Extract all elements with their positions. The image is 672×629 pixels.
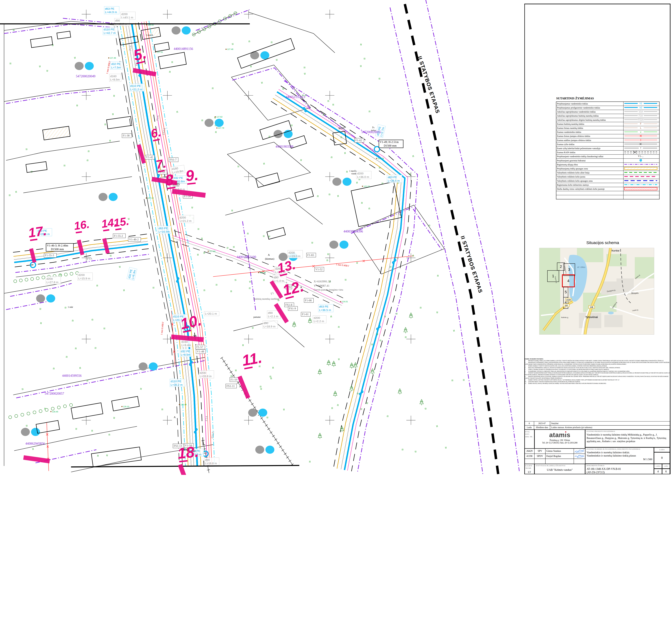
electric-line — [144, 22, 210, 465]
fence-rung — [253, 407, 256, 409]
legend-row-symbol — [623, 142, 659, 146]
parcel-code: 44001903588 — [275, 145, 293, 148]
grass-mark — [380, 340, 381, 341]
schema-map: 1234562105157148Kuršiaiež. GiliusDurpyno… — [539, 248, 654, 335]
road-structure-line — [149, 21, 215, 465]
kval-empty-1 — [524, 459, 534, 464]
parcel-line — [4, 87, 110, 101]
legend-row-label: Esami ryšių kabeliai/laidai požeminiame … — [556, 146, 623, 150]
pipe-label-gray-text: d160 — [110, 75, 117, 78]
parcel-code: 440014599556 — [62, 374, 81, 377]
grass-mark — [402, 449, 403, 450]
legend-symbol-axis — [623, 171, 658, 174]
tree-symbol — [33, 411, 36, 414]
pipe-label-gray-text: L=1.0 m — [274, 279, 284, 282]
schema-map-canvas: 1234562105157148Kuršiaiež. GiliusDurpyno… — [539, 248, 654, 334]
legend-symbol-rain — [623, 150, 658, 154]
existing-well-symbol — [273, 130, 282, 138]
svg-text:L: L — [640, 127, 641, 129]
kval-nr-2: 41190 — [524, 453, 534, 459]
building — [154, 42, 169, 52]
pipe-label: d32 PEL=7.5m — [110, 62, 122, 69]
sig-2 — [574, 453, 585, 459]
grass-mark — [53, 368, 54, 370]
node-label-text: D1500 mm — [51, 248, 64, 251]
elevation-dot — [50, 411, 51, 412]
node-label-text: F1-57 — [196, 345, 203, 349]
projected-well-symbol — [109, 193, 118, 201]
grass-mark — [327, 259, 328, 261]
elevation-dot — [146, 24, 147, 25]
work-pit-marker — [23, 455, 50, 463]
grass-mark — [437, 275, 438, 277]
legend-row-symbol — [623, 171, 659, 175]
map-text: F1 — [270, 291, 274, 296]
project-name: Vandentiekio ir nuotekų šalinimo tinklų … — [585, 433, 670, 443]
elevation-value: 125.48 — [181, 403, 187, 406]
tree-symbol — [36, 277, 39, 280]
pipe-label-text: L=35.2 m — [171, 383, 183, 386]
legend-row: Registruotas kelio inžinerinis statinys — [556, 183, 659, 187]
pipe-label-gray-text: L=2.1 m — [268, 315, 278, 318]
survey-cross — [163, 334, 172, 344]
survey-cross — [82, 10, 91, 19]
node-label-text: D1500 mm — [384, 144, 397, 147]
client-name: UAB "Kelmės vanduo" — [535, 468, 585, 471]
statytojas-cell: STATYTOJAS IR (ARBA) UŽSAKOVAS UAB "Kelm… — [534, 464, 585, 474]
plan-canvas: d63 PEL=44.9 md110 PEL=42.7 md32 PEL=7.5… — [0, 0, 672, 475]
grass-mark — [387, 415, 388, 417]
pipe-label-text: d110 PE — [130, 84, 141, 87]
sheet-frame-right — [670, 4, 671, 474]
grass-mark — [74, 57, 75, 59]
legend-row: Esamas lietaus nuotekų tinklasL — [556, 126, 659, 130]
pipe-label-text: d63 PE — [105, 7, 114, 10]
fence-rung — [274, 439, 277, 441]
work-pit-marker — [238, 376, 250, 399]
existing-well-symbol — [330, 240, 338, 249]
elevation-dot — [258, 272, 259, 273]
grass-mark — [344, 152, 345, 154]
projected-well-symbol — [339, 240, 349, 249]
grass-mark — [201, 238, 202, 239]
pipe-label-gray-text: d200 — [47, 277, 53, 280]
survey-cross — [325, 416, 334, 425]
pipe-label-text: L=35.5 m — [388, 179, 400, 182]
node-label-text: F1-59 — [231, 378, 237, 381]
note-item: 4.PAKLOJUS INŽINERINIUS TINKLUS, ATSTATY… — [525, 367, 671, 369]
pipe-label-gray: d200L=36.0 m — [356, 171, 371, 179]
elevation-value: 128.13 — [147, 197, 153, 199]
conifer-tree — [350, 363, 354, 369]
map-built-area — [604, 315, 623, 327]
legend-symbol-l: L — [623, 126, 658, 129]
legend-row-symbol — [623, 134, 659, 138]
projected-well-symbol — [342, 178, 352, 186]
grass-mark — [202, 119, 203, 121]
drawing-sheet: d63 PEL=44.9 md110 PEL=42.7 md32 PEL=7.5… — [0, 0, 672, 475]
lapas-value: 4 — [654, 469, 662, 474]
grass-mark — [360, 44, 362, 45]
legend-row-symbol — [623, 175, 659, 179]
legend-row-symbol — [623, 163, 659, 167]
pipe-label-gray-text: d200 — [200, 371, 206, 374]
survey-cross — [82, 334, 91, 344]
grass-mark — [242, 344, 243, 346]
road-number: 2105 — [566, 299, 571, 301]
note-item: 10.STATYBOS METU TURI BŪTI PATIKSLINTI D… — [525, 381, 671, 382]
note-number: 10. — [525, 381, 528, 382]
legend-row-symbol — [623, 138, 659, 142]
doc-name-2: Vandentiekio ir nuotekų šalinimo tinklų … — [585, 454, 654, 457]
grass-mark — [276, 59, 278, 61]
node-label: V1-52 — [314, 267, 324, 272]
grass-mark — [271, 41, 272, 43]
grass-mark — [338, 326, 339, 328]
grass-mark — [77, 104, 78, 107]
grass-mark — [169, 71, 170, 73]
node-label-text: V1-46-2 — [129, 238, 139, 241]
grass-mark — [87, 159, 88, 161]
pipe-label-gray-text: d90 — [268, 311, 273, 314]
node-label-text: V1-42 — [146, 156, 153, 159]
pipe-label-gray-text: d200 — [78, 273, 85, 276]
legend-symbol-v1: V1 — [623, 102, 658, 105]
schema-sheet-number: 5 — [565, 290, 567, 294]
building — [295, 188, 314, 201]
